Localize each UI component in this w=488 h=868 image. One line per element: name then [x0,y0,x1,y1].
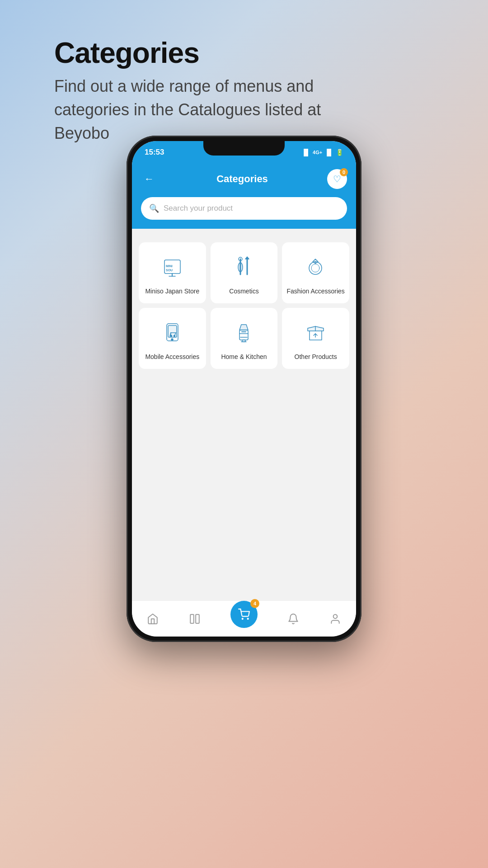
category-item-other[interactable]: Other Products [282,308,349,369]
svg-marker-7 [245,257,249,259]
home-icon [229,318,258,347]
network-icon: 4G+ [313,150,322,155]
category-item-home[interactable]: Home & Kitchen [211,308,278,369]
svg-point-20 [171,339,173,340]
svg-rect-30 [190,614,194,623]
search-bar[interactable]: 🔍 Search your product [141,197,347,220]
nav-notifications[interactable] [287,613,299,625]
wifi-icon: ▐▌ [324,149,333,156]
nav-cart-button[interactable]: 4 [230,601,258,628]
nav-home[interactable] [147,613,159,625]
svg-point-32 [242,618,243,619]
app-header: ← Categories ♡ 0 [132,164,356,197]
category-item-cosmetics[interactable]: Cosmetics [211,242,278,303]
miniso-label: Miniso Japan Store [145,287,199,295]
header-title: Categories [216,173,268,185]
wishlist-button[interactable]: ♡ 0 [327,169,347,189]
fashion-icon [301,252,330,282]
svg-marker-22 [239,325,248,330]
category-item-fashion[interactable]: Fashion Accessories [282,242,349,303]
category-item-mobile[interactable]: Mobile Accessories [139,308,206,369]
miniso-icon: MINI SOU [158,252,187,282]
cosmetics-icon [229,252,258,282]
back-icon: ← [144,173,154,185]
status-icons: ▐▌ 4G+ ▐▌ 🔋 [301,149,343,156]
signal-icon: ▐▌ [301,149,310,156]
heart-badge: 0 [340,168,348,176]
search-icon: 🔍 [149,203,159,213]
svg-point-33 [248,618,249,619]
category-item-miniso[interactable]: MINI SOU Miniso Japan Store [139,242,206,303]
phone-screen: 15:53 ▐▌ 4G+ ▐▌ 🔋 ← Categories ♡ 0 🔍 Se [132,141,356,637]
svg-text:MINI: MINI [166,264,173,268]
page-subtitle: Find out a wide range of menus and categ… [54,75,371,146]
phone-notch [203,141,285,156]
back-button[interactable]: ← [141,171,157,187]
phone-shell: 15:53 ▐▌ 4G+ ▐▌ 🔋 ← Categories ♡ 0 🔍 Se [127,136,361,642]
svg-point-5 [238,263,243,272]
nav-profile[interactable] [329,613,341,625]
category-area: MINI SOU Miniso Japan Store [132,229,356,600]
cart-badge: 4 [250,599,259,608]
mobile-icon [158,318,187,347]
mobile-label: Mobile Accessories [145,353,199,361]
status-time: 15:53 [145,148,164,157]
svg-point-19 [174,335,175,337]
fashion-label: Fashion Accessories [286,287,344,295]
category-grid: MINI SOU Miniso Japan Store [139,242,349,369]
search-input[interactable]: Search your product [164,204,233,213]
home-label: Home & Kitchen [221,353,267,361]
other-label: Other Products [295,353,337,361]
svg-rect-13 [168,326,177,337]
search-container: 🔍 Search your product [132,197,356,229]
svg-rect-31 [196,614,199,623]
cosmetics-label: Cosmetics [229,287,258,295]
battery-icon: 🔋 [336,149,343,156]
nav-browse[interactable] [189,613,201,625]
other-icon [301,318,330,347]
page-title: Categories [54,36,199,70]
bottom-nav: 4 [132,600,356,637]
svg-point-9 [311,264,319,272]
svg-point-18 [170,335,172,337]
svg-text:SOU: SOU [166,269,173,272]
heart-icon: ♡ [333,174,341,184]
svg-point-34 [333,614,337,618]
